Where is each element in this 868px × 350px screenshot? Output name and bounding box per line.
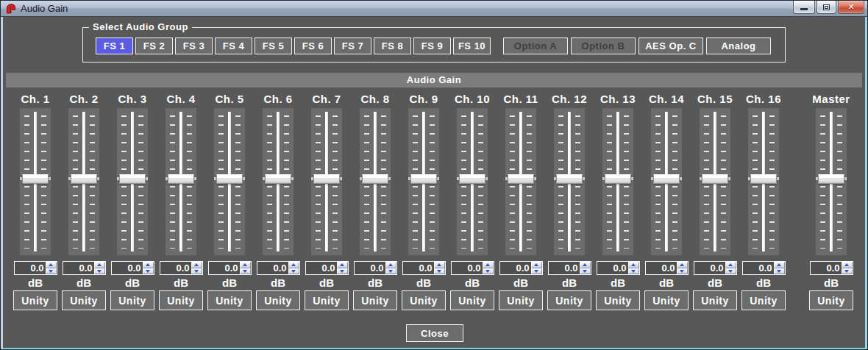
spin-down-button[interactable] — [337, 268, 348, 275]
spin-up-button[interactable] — [240, 262, 251, 268]
spin-up-button[interactable] — [288, 262, 299, 268]
spin-down-button[interactable] — [385, 268, 396, 275]
gain-value[interactable]: 0.0 — [549, 262, 580, 274]
slider-thumb[interactable] — [605, 174, 631, 184]
spin-down-button[interactable] — [628, 268, 639, 275]
spin-down-button[interactable] — [240, 268, 251, 275]
group-button-fs-4[interactable]: FS 4 — [215, 38, 252, 54]
group-button-option-a[interactable]: Option A — [503, 38, 568, 54]
group-button-fs-1[interactable]: FS 1 — [96, 38, 133, 54]
unity-button[interactable]: Unity — [402, 290, 446, 310]
slider-thumb[interactable] — [313, 174, 340, 184]
spin-up-button[interactable] — [531, 262, 542, 268]
slider-thumb[interactable] — [119, 174, 146, 184]
spin-down-button[interactable] — [46, 268, 57, 275]
group-button-fs-7[interactable]: FS 7 — [334, 38, 371, 54]
spin-down-button[interactable] — [842, 268, 853, 275]
gain-slider-track[interactable] — [748, 108, 779, 255]
unity-button[interactable]: Unity — [13, 290, 57, 310]
minimize-button[interactable] — [793, 1, 815, 14]
spin-down-button[interactable] — [288, 268, 299, 275]
group-button-aes-op-c[interactable]: AES Op. C — [638, 38, 703, 54]
window-close-button[interactable]: ✕ — [838, 1, 864, 14]
gain-slider-track[interactable] — [554, 108, 585, 255]
slider-thumb[interactable] — [216, 174, 243, 184]
gain-slider-track[interactable] — [700, 108, 730, 255]
gain-value[interactable]: 0.0 — [112, 262, 143, 274]
spin-up-button[interactable] — [385, 262, 396, 268]
gain-slider-track[interactable] — [311, 108, 342, 255]
spin-up-button[interactable] — [191, 262, 202, 268]
spin-down-button[interactable] — [434, 268, 445, 275]
slider-thumb[interactable] — [750, 174, 777, 184]
gain-slider-track[interactable] — [816, 108, 847, 255]
spin-down-button[interactable] — [580, 268, 591, 275]
gain-value[interactable]: 0.0 — [63, 262, 94, 274]
unity-button[interactable]: Unity — [256, 290, 300, 310]
gain-value[interactable]: 0.0 — [694, 262, 725, 274]
group-button-fs-9[interactable]: FS 9 — [413, 38, 451, 54]
unity-button[interactable]: Unity — [450, 290, 494, 310]
unity-button[interactable]: Unity — [110, 290, 154, 310]
slider-thumb[interactable] — [508, 174, 534, 184]
gain-slider-track[interactable] — [214, 108, 245, 255]
unity-button[interactable]: Unity — [305, 290, 349, 310]
gain-slider-track[interactable] — [408, 108, 439, 255]
group-button-analog[interactable]: Analog — [706, 38, 771, 54]
unity-button[interactable]: Unity — [207, 290, 252, 310]
slider-thumb[interactable] — [702, 174, 728, 184]
gain-value[interactable]: 0.0 — [452, 262, 483, 274]
gain-slider-track[interactable] — [505, 108, 536, 255]
unity-button[interactable]: Unity — [809, 290, 853, 310]
gain-slider-track[interactable] — [263, 108, 294, 255]
slider-thumb[interactable] — [410, 174, 437, 184]
spin-up-button[interactable] — [677, 262, 688, 268]
gain-slider-track[interactable] — [360, 108, 391, 255]
gain-value[interactable]: 0.0 — [743, 262, 774, 274]
unity-button[interactable]: Unity — [596, 290, 640, 310]
group-button-fs-5[interactable]: FS 5 — [255, 38, 292, 54]
spin-up-button[interactable] — [774, 262, 785, 268]
spin-down-button[interactable] — [191, 268, 202, 275]
spin-down-button[interactable] — [143, 268, 154, 275]
unity-button[interactable]: Unity — [644, 290, 689, 310]
slider-thumb[interactable] — [168, 174, 194, 184]
spin-down-button[interactable] — [774, 268, 785, 275]
gain-value[interactable]: 0.0 — [811, 262, 842, 274]
slider-thumb[interactable] — [362, 174, 388, 184]
unity-button[interactable]: Unity — [741, 290, 786, 310]
gain-value[interactable]: 0.0 — [597, 262, 628, 274]
spin-down-button[interactable] — [677, 268, 688, 275]
slider-thumb[interactable] — [265, 174, 291, 184]
gain-value[interactable]: 0.0 — [646, 262, 677, 274]
group-button-fs-8[interactable]: FS 8 — [374, 38, 411, 54]
gain-slider-track[interactable] — [20, 108, 51, 255]
spin-down-button[interactable] — [94, 268, 105, 275]
group-button-fs-6[interactable]: FS 6 — [294, 38, 332, 54]
spin-up-button[interactable] — [725, 262, 736, 268]
slider-thumb[interactable] — [22, 174, 49, 184]
gain-value[interactable]: 0.0 — [500, 262, 531, 274]
gain-value[interactable]: 0.0 — [403, 262, 434, 274]
spin-down-button[interactable] — [725, 268, 736, 275]
spin-down-button[interactable] — [531, 268, 542, 275]
gain-value[interactable]: 0.0 — [160, 262, 191, 274]
spin-up-button[interactable] — [143, 262, 154, 268]
unity-button[interactable]: Unity — [159, 290, 203, 310]
gain-slider-track[interactable] — [651, 108, 682, 255]
restore-button[interactable] — [817, 1, 836, 14]
spin-up-button[interactable] — [46, 262, 57, 268]
gain-slider-track[interactable] — [166, 108, 196, 255]
spin-up-button[interactable] — [842, 262, 853, 268]
slider-thumb[interactable] — [653, 174, 680, 184]
unity-button[interactable]: Unity — [499, 290, 543, 310]
unity-button[interactable]: Unity — [353, 290, 397, 310]
gain-slider-track[interactable] — [117, 108, 148, 255]
gain-slider-track[interactable] — [68, 108, 99, 255]
group-button-fs-10[interactable]: FS 10 — [453, 38, 491, 54]
spin-up-button[interactable] — [580, 262, 591, 268]
spin-up-button[interactable] — [628, 262, 639, 268]
unity-button[interactable]: Unity — [62, 290, 106, 310]
group-button-fs-3[interactable]: FS 3 — [175, 38, 213, 54]
gain-value[interactable]: 0.0 — [306, 262, 337, 274]
